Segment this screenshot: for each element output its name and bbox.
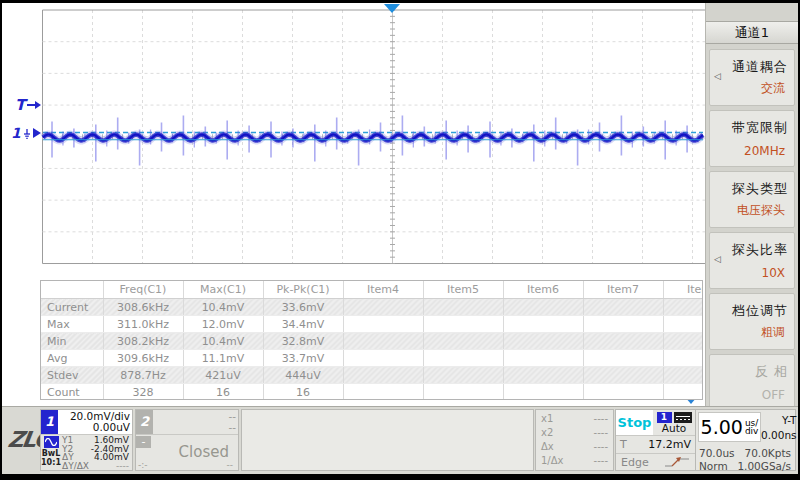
- trigger-mode: Auto: [662, 423, 686, 434]
- cursor-row: x2----: [536, 426, 613, 440]
- table-cell: [583, 299, 663, 316]
- table-row-label: Max: [41, 316, 103, 333]
- status-bar: ZLG® 1 20.0mV/div 0.00uV BwL 10:1 Y11.60…: [2, 406, 798, 474]
- table-cell: 16: [263, 384, 343, 401]
- table-cell: 309.6kHz: [103, 350, 183, 367]
- table-cell: [583, 316, 663, 333]
- table-cell: [423, 367, 503, 384]
- table-header-row: Freq(C1)Max(C1)Pk-Pk(C1)Item4Item5Item6I…: [41, 281, 703, 299]
- table-cell: [423, 299, 503, 316]
- table-cell: 12.0mV: [183, 316, 263, 333]
- bandwidth-limit-flag: BwL: [42, 449, 61, 458]
- table-row: Current308.6kHz10.4mV33.6mV: [41, 299, 703, 316]
- trigger-level-marker[interactable]: T: [15, 96, 41, 114]
- menu-items: ◁通道耦合交流带宽限制20MHz探头类型电压探头◁探头比率10X档位调节粗调反 …: [706, 44, 798, 411]
- menu-item-label: 通道耦合: [732, 58, 788, 76]
- table-header-cell: Pk-Pk(C1): [263, 281, 343, 299]
- menu-item-1[interactable]: 带宽限制20MHz: [709, 110, 795, 167]
- table-row-label: Count: [41, 384, 103, 401]
- menu-item-5[interactable]: 反 相OFF: [709, 354, 795, 411]
- table-cell: [343, 333, 423, 350]
- menu-item-value: 20MHz: [744, 144, 785, 158]
- trigger-level-value: 17.2mV: [648, 436, 691, 453]
- channel1-offset: 0.00uV: [60, 422, 130, 433]
- table-cell: [583, 350, 663, 367]
- table-row-label: Stdev: [41, 367, 103, 384]
- table-cell: 33.6mV: [263, 299, 343, 316]
- channel1-cursor-readout: Y11.60mVY2-2.40mVΔY4.00mVΔY/ΔX----: [61, 435, 132, 471]
- left-arrow-icon: ◁: [714, 254, 721, 264]
- table-header-cell: [41, 281, 103, 299]
- cursor-value: ----: [594, 426, 608, 440]
- left-arrow-icon: ◁: [714, 71, 721, 81]
- channel-menu-panel: 通道1 ◁通道耦合交流带宽限制20MHz探头类型电压探头◁探头比率10X档位调节…: [705, 3, 798, 406]
- cursor-label: Δx: [541, 440, 554, 454]
- empty-status-block: [241, 409, 534, 471]
- table-cell: [343, 316, 423, 333]
- menu-item-label: 探头比率: [732, 241, 788, 259]
- table-row: Min308.2kHz10.4mV32.8mV: [41, 333, 703, 350]
- channel2-badge: 2: [136, 410, 153, 434]
- table-row: Count3281616: [41, 384, 703, 401]
- table-cell: [503, 367, 583, 384]
- table-cell: [663, 316, 703, 333]
- table-cell: [503, 316, 583, 333]
- table-row: Max311.0kHz12.0mV34.4mV: [41, 316, 703, 333]
- channel1-position-marker[interactable]: 1: [11, 125, 42, 141]
- table-row-label: Current: [41, 299, 103, 316]
- table-row-label: Avg: [41, 350, 103, 367]
- ground-arrow-icon: [23, 126, 42, 140]
- waveform-display: [2, 3, 705, 279]
- cursor-label: 1/Δx: [541, 454, 564, 468]
- timebase-scale: 5.00: [701, 416, 743, 438]
- table-header-cell: Freq(C1): [103, 281, 183, 299]
- sample-rate: 1.00GSa/s: [737, 460, 791, 473]
- menu-item-2[interactable]: 探头类型电压探头: [709, 171, 795, 228]
- table-cell: 34.4mV: [263, 316, 343, 333]
- table-cell: [423, 333, 503, 350]
- channel2-offset: --: [155, 422, 236, 433]
- acquisition-mode: Norm: [699, 460, 728, 473]
- cursor-value: ----: [594, 412, 608, 426]
- table-cell: 10.4mV: [183, 333, 263, 350]
- cursor-row: Δx----: [536, 440, 613, 454]
- table-cell: [423, 316, 503, 333]
- table-header-cell: Item7: [583, 281, 663, 299]
- table-header-cell: Item5: [423, 281, 503, 299]
- table-cell: 11.1mV: [183, 350, 263, 367]
- oscilloscope-screen: T 1 Freq(C1)Max(C1)Pk-Pk(C1)Item4Ite: [2, 3, 798, 474]
- table-cell: [503, 384, 583, 401]
- menu-item-0[interactable]: ◁通道耦合交流: [709, 49, 795, 106]
- table-cell: 32.8mV: [263, 333, 343, 350]
- cursor-label: ΔY/ΔX: [62, 462, 89, 471]
- menu-item-4[interactable]: 档位调节粗调: [709, 293, 795, 350]
- trigger-position-marker-icon[interactable]: [384, 4, 400, 13]
- table-cell: [343, 384, 423, 401]
- menu-item-3[interactable]: ◁探头比率10X: [709, 232, 795, 289]
- cursor-label: x2: [541, 426, 553, 440]
- channel1-status-block[interactable]: 1 20.0mV/div 0.00uV BwL 10:1 Y11.60mVY2-…: [40, 409, 133, 471]
- channel2-status-block[interactable]: 2 -- -- - Closed -:- --: [135, 409, 239, 471]
- table-row: Stdev878.7Hz421uV444uV: [41, 367, 703, 384]
- trigger-status-block[interactable]: Stop 1 Auto T 17.2mV Edge: [615, 409, 696, 471]
- table-cell: 10.4mV: [183, 299, 263, 316]
- cursor-value: ----: [594, 440, 608, 454]
- table-row: Avg309.6kHz11.1mV33.7mV: [41, 350, 703, 367]
- cursor-readout-block: x1----x2----Δx----1/Δx----: [535, 409, 614, 471]
- table-header-cell: Item8: [663, 281, 703, 299]
- menu-item-value: 交流: [761, 80, 785, 97]
- table-header-cell: Max(C1): [183, 281, 263, 299]
- table-cell: 328: [103, 384, 183, 401]
- channel2-coupling-badge: -: [136, 436, 151, 448]
- menu-item-label: 反 相: [755, 363, 788, 381]
- menu-item-value: OFF: [762, 388, 785, 402]
- channel1-badge: 1: [41, 410, 58, 434]
- trigger-type: Edge: [621, 456, 649, 469]
- cursor-row: ΔY/ΔX----: [62, 462, 129, 471]
- channel2-scale: --: [155, 411, 236, 422]
- table-cell: [343, 299, 423, 316]
- cursor-value: ----: [116, 462, 129, 471]
- table-cell: [503, 333, 583, 350]
- timebase-status-block[interactable]: 5.00 us/ div Y-T 0.00ns 70.0us 70.0Kpts …: [695, 409, 796, 471]
- trigger-level-label: T: [620, 436, 627, 453]
